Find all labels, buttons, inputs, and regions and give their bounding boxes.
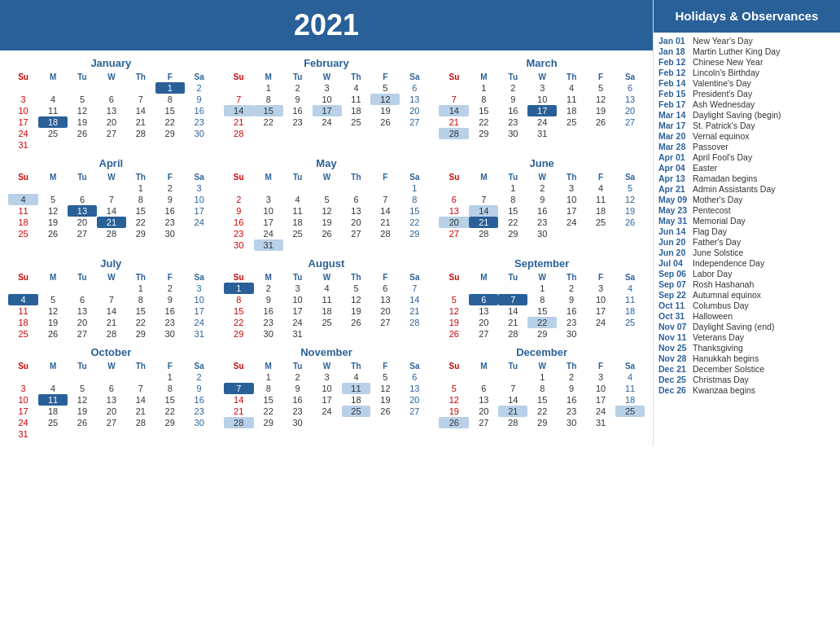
calendar-day: 6 — [469, 383, 498, 394]
calendar-day: 23 — [498, 116, 527, 128]
month-title: October — [8, 346, 214, 358]
calendar-day: 26 — [38, 228, 68, 239]
calendar-day — [8, 82, 38, 94]
calendar-day: 23 — [224, 228, 254, 239]
day-header: W — [313, 361, 342, 371]
calendar-day: 15 — [400, 205, 429, 217]
calendar-day: 26 — [342, 317, 371, 328]
calendar-day — [185, 139, 214, 151]
calendar-day — [313, 328, 342, 340]
calendar-day: 13 — [68, 205, 97, 217]
day-header: Su — [224, 272, 254, 283]
calendar-day — [155, 428, 185, 440]
calendar-day — [498, 371, 527, 383]
calendar-day: 18 — [557, 105, 586, 116]
calendar-day: 7 — [498, 294, 527, 305]
calendar-day: 15 — [155, 105, 185, 116]
holiday-date: Feb 12 — [658, 68, 693, 77]
calendar-day: 18 — [342, 105, 371, 116]
calendar-day — [313, 128, 342, 139]
day-header: F — [370, 172, 400, 182]
holiday-item: Oct 31Halloween — [658, 311, 835, 321]
holiday-date: Jun 14 — [658, 226, 693, 236]
calendar-day: 15 — [126, 205, 155, 217]
calendar-day: 20 — [615, 105, 645, 116]
day-header: Th — [342, 361, 371, 371]
calendar-day — [586, 228, 615, 239]
calendar-day: 14 — [224, 394, 254, 406]
holiday-item: Sep 22Autumnal equinox — [658, 290, 835, 300]
calendar-day: 25 — [283, 228, 313, 239]
calendar-day: 18 — [8, 217, 38, 228]
calendar-day — [8, 182, 38, 194]
calendar-day: 4 — [557, 82, 586, 94]
calendar-day: 24 — [557, 217, 586, 228]
calendar-day: 16 — [498, 105, 527, 116]
day-header: Su — [224, 172, 254, 182]
calendar-day: 27 — [615, 116, 645, 128]
day-header: M — [38, 72, 68, 82]
holiday-name: Admin Assistants Day — [693, 184, 776, 194]
calendar-day: 4 — [313, 283, 342, 294]
calendar-day: 8 — [498, 194, 527, 205]
holidays-list: Jan 01New Year's DayJan 18Martin Luther … — [654, 33, 840, 399]
day-header: Su — [439, 272, 469, 283]
calendar-day: 15 — [469, 105, 498, 116]
calendar-day: 11 — [557, 94, 586, 105]
calendar-day: 18 — [38, 406, 68, 417]
calendar-day: 25 — [342, 406, 371, 417]
holiday-item: Nov 07Daylight Saving (end) — [658, 322, 835, 331]
holiday-name: Daylight Saving (begin) — [693, 110, 781, 120]
holiday-item: Apr 21Admin Assistants Day — [658, 184, 835, 194]
calendar-day: 23 — [557, 406, 586, 417]
month-block: NovemberSuMTuWThFSa123456789101112131415… — [219, 343, 435, 443]
day-header: M — [254, 361, 283, 371]
day-header: Tu — [498, 272, 527, 283]
calendar-day: 23 — [527, 217, 557, 228]
calendar-day — [370, 239, 400, 251]
calendar-day — [586, 328, 615, 340]
calendar-day: 24 — [283, 317, 313, 328]
day-header: Sa — [400, 361, 429, 371]
calendar-day: 28 — [400, 317, 429, 328]
calendar-day: 8 — [224, 294, 254, 305]
calendar-day: 9 — [185, 383, 214, 394]
calendar-day: 21 — [224, 406, 254, 417]
calendar-day: 16 — [185, 394, 214, 406]
holiday-date: Jun 20 — [658, 248, 693, 257]
holiday-item: Dec 21December Solstice — [658, 364, 835, 374]
calendar-day: 7 — [97, 294, 126, 305]
holiday-name: June Solstice — [693, 248, 743, 257]
calendar-day: 1 — [224, 283, 254, 294]
calendar-day: 15 — [224, 305, 254, 317]
calendar-day: 10 — [557, 194, 586, 205]
day-header: F — [586, 72, 615, 82]
calendar-day: 27 — [370, 317, 400, 328]
calendar-day: 14 — [126, 105, 155, 116]
calendar-day: 18 — [8, 317, 38, 328]
calendar-day — [126, 428, 155, 440]
calendar-day: 31 — [527, 128, 557, 139]
calendar-day: 6 — [97, 383, 126, 394]
calendar-day: 12 — [439, 305, 469, 317]
day-header: Su — [8, 361, 38, 371]
calendar-day — [38, 182, 68, 194]
calendar-day: 2 — [527, 182, 557, 194]
calendar-day: 2 — [254, 283, 283, 294]
calendar-day — [313, 239, 342, 251]
calendar-day: 13 — [400, 383, 429, 394]
calendar-day: 3 — [8, 94, 38, 105]
calendar-day — [342, 128, 371, 139]
holiday-name: Daylight Saving (end) — [693, 322, 774, 331]
calendar-table: SuMTuWThFSa12345678910111213141516171819… — [8, 72, 214, 151]
calendar-day: 21 — [97, 317, 126, 328]
calendar-day: 26 — [586, 116, 615, 128]
calendar-day — [615, 328, 645, 340]
holiday-name: Independence Day — [693, 258, 764, 268]
month-block: AprilSuMTuWThFSa123456789101112131415161… — [3, 154, 219, 254]
day-header: F — [155, 361, 185, 371]
calendar-day: 13 — [439, 205, 469, 217]
calendar-day: 8 — [400, 194, 429, 205]
day-header: Sa — [615, 172, 645, 182]
calendar-day: 9 — [185, 94, 214, 105]
